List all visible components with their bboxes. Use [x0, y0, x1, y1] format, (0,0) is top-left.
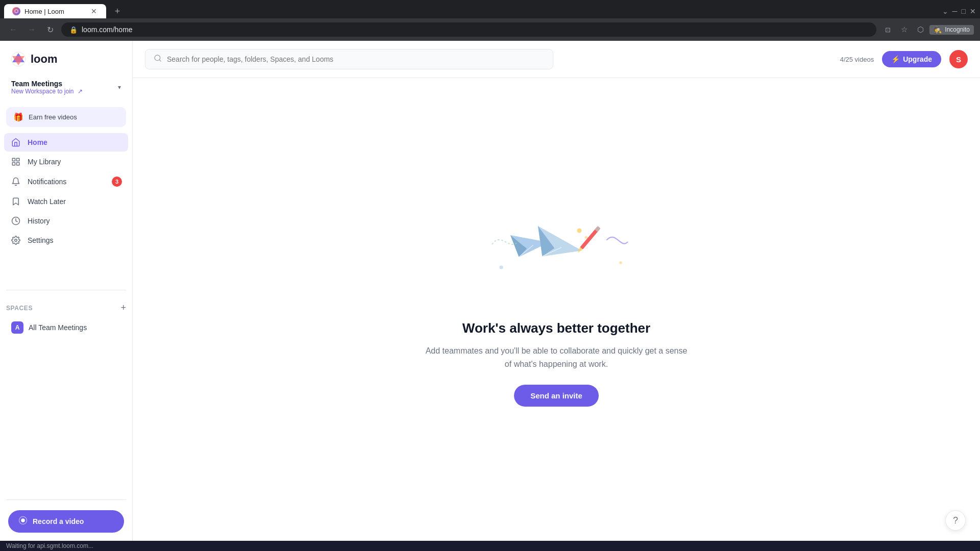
library-icon [10, 157, 21, 166]
svg-rect-4 [17, 158, 19, 161]
workspace-selector[interactable]: Team Meetings New Workspace to join ↗ ▾ [6, 76, 126, 99]
main-header: 4/25 videos ⚡ Upgrade S [133, 41, 980, 78]
sidebar-divider [6, 290, 126, 290]
earn-videos-banner[interactable]: 🎁 Earn free videos [6, 107, 126, 127]
space-avatar: A [11, 321, 23, 334]
logo-text: loom [31, 53, 58, 66]
tab-title: Home | Loom [24, 8, 86, 15]
sidebar-item-history[interactable]: History [4, 212, 128, 230]
browser-chrome: ⬡ Home | Loom ✕ + ⌄ ─ □ ✕ ← → ↻ 🔒 loom.c… [0, 0, 980, 41]
nav-section: Home My Library Notifications 3 [0, 133, 132, 286]
search-icon [154, 54, 162, 64]
back-button[interactable]: ← [6, 22, 20, 37]
empty-state-title: Work's always better together [424, 320, 689, 336]
svg-rect-6 [17, 163, 19, 165]
bookmark-icon[interactable]: ☆ [897, 22, 911, 37]
help-button[interactable]: ? [945, 510, 966, 531]
upgrade-label: Upgrade [903, 55, 932, 63]
sidebar-item-watch-later[interactable]: Watch Later [4, 192, 128, 211]
upgrade-icon: ⚡ [891, 55, 900, 63]
sidebar-item-settings-label: Settings [28, 236, 54, 244]
search-bar[interactable] [145, 49, 553, 69]
sidebar-item-home-label: Home [28, 138, 47, 146]
svg-rect-5 [12, 163, 15, 165]
record-video-button[interactable]: Record a video [8, 510, 124, 533]
clock-icon [10, 216, 21, 226]
notifications-badge: 3 [112, 177, 122, 187]
workspace-name: Team Meetings [11, 80, 83, 88]
upgrade-button[interactable]: ⚡ Upgrade [882, 51, 941, 67]
incognito-label: Incognito [945, 26, 970, 33]
empty-state: Work's always better together Add teamma… [424, 320, 689, 407]
bell-icon [10, 177, 21, 186]
main-body: Work's always better together Add teamma… [133, 78, 980, 541]
sidebar-logo: loom [0, 41, 132, 76]
workspace-section: Team Meetings New Workspace to join ↗ ▾ [0, 76, 132, 105]
app: loom Team Meetings New Workspace to join… [0, 41, 980, 541]
lock-icon: 🔒 [69, 26, 78, 34]
logo-link[interactable]: loom [10, 51, 122, 67]
video-count: 4/25 videos [840, 56, 874, 63]
sidebar-item-settings[interactable]: Settings [4, 231, 128, 249]
status-bar: Waiting for api.sgmt.loom.com... [0, 541, 980, 551]
close-window-button[interactable]: ✕ [970, 7, 976, 15]
sidebar: loom Team Meetings New Workspace to join… [0, 41, 133, 541]
minimize-button[interactable]: ─ [952, 7, 958, 15]
space-name: All Team Meetings [29, 323, 87, 332]
user-avatar[interactable]: S [949, 50, 968, 68]
workspace-chevron-icon: ▾ [118, 84, 121, 91]
tab-list-button[interactable]: ⌄ [942, 7, 948, 15]
svg-point-8 [15, 239, 17, 242]
browser-controls: ← → ↻ 🔒 loom.com/home ⊡ ☆ ⬡ 🕵 Incognito [0, 18, 980, 41]
earn-videos-label: Earn free videos [29, 113, 77, 121]
browser-tabs: ⬡ Home | Loom ✕ + ⌄ ─ □ ✕ [0, 0, 980, 18]
spaces-section: Spaces + A All Team Meetings [0, 294, 132, 343]
tab-favicon: ⬡ [12, 7, 20, 15]
sidebar-item-history-label: History [28, 217, 50, 225]
sidebar-item-my-library[interactable]: My Library [4, 153, 128, 171]
reload-button[interactable]: ↻ [43, 22, 57, 37]
status-text: Waiting for api.sgmt.loom.com... [6, 542, 93, 549]
restore-button[interactable]: □ [962, 7, 966, 15]
record-icon [18, 516, 28, 527]
tab-close-button[interactable]: ✕ [90, 7, 98, 15]
workspace-info: Team Meetings New Workspace to join ↗ [11, 80, 83, 95]
browser-tab-active[interactable]: ⬡ Home | Loom ✕ [4, 4, 106, 18]
svg-point-9 [21, 518, 25, 522]
bookmark-icon [10, 197, 21, 206]
svg-line-12 [159, 60, 161, 61]
spaces-header: Spaces + [6, 303, 126, 313]
record-btn-wrapper: Record a video [0, 504, 132, 541]
extensions-icon[interactable]: ⬡ [913, 22, 927, 37]
space-item-all-team-meetings[interactable]: A All Team Meetings [6, 317, 126, 338]
gear-icon [10, 236, 21, 245]
svg-point-20 [585, 236, 587, 239]
svg-point-19 [577, 228, 582, 233]
svg-point-25 [619, 261, 622, 264]
new-tab-button[interactable]: + [110, 4, 125, 18]
home-icon [10, 138, 21, 147]
url-text: loom.com/home [82, 26, 868, 34]
svg-rect-3 [12, 158, 15, 161]
workspace-subtitle[interactable]: New Workspace to join ↗ [11, 88, 83, 95]
spaces-add-button[interactable]: + [120, 303, 126, 313]
header-right: 4/25 videos ⚡ Upgrade S [840, 50, 968, 68]
sidebar-item-notifications[interactable]: Notifications 3 [4, 172, 128, 191]
sidebar-item-home[interactable]: Home [4, 133, 128, 152]
screen-cast-icon[interactable]: ⊡ [880, 22, 895, 37]
empty-state-description: Add teammates and you'll be able to coll… [424, 344, 689, 370]
sidebar-item-watch-later-label: Watch Later [28, 197, 66, 206]
loom-logo-icon [10, 51, 27, 67]
empty-state-illustration [464, 212, 648, 304]
forward-button[interactable]: → [24, 22, 39, 37]
incognito-button[interactable]: 🕵 Incognito [929, 25, 974, 35]
sidebar-item-my-library-label: My Library [28, 158, 61, 166]
main-area: 4/25 videos ⚡ Upgrade S [133, 41, 980, 541]
send-invite-button[interactable]: Send an invite [514, 385, 599, 407]
browser-right-controls: ⊡ ☆ ⬡ 🕵 Incognito [880, 22, 974, 37]
address-bar[interactable]: 🔒 loom.com/home [61, 22, 876, 37]
search-input[interactable] [167, 55, 545, 63]
spaces-title: Spaces [6, 305, 33, 312]
sidebar-bottom-divider [6, 499, 126, 500]
record-btn-label: Record a video [33, 517, 84, 525]
